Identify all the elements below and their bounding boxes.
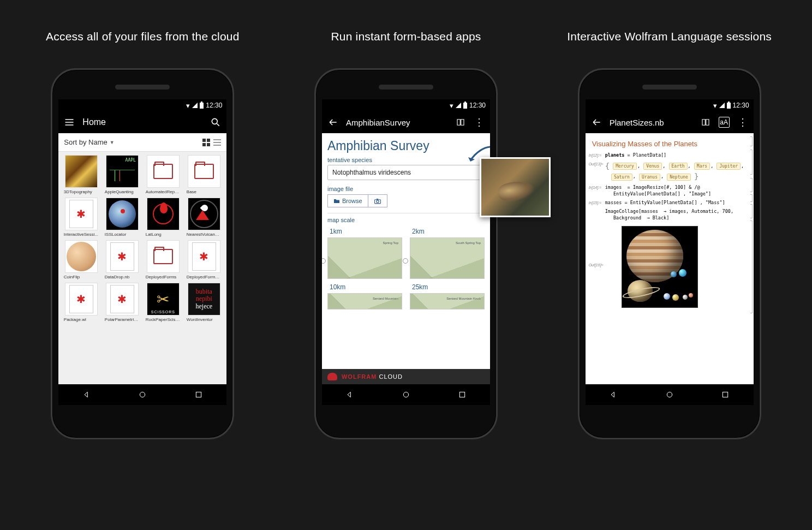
home-icon[interactable] [138,390,147,399]
android-nav [58,384,226,405]
file-tile[interactable]: DeployedForms [144,240,182,279]
book-icon[interactable] [455,117,466,128]
caption-2: Run instant form-based apps [331,30,481,43]
back-icon[interactable] [345,390,354,399]
earpiece [379,85,433,90]
page-title: PlanetSizes.nb [610,118,664,127]
signal-icon [719,103,725,108]
file-tile[interactable]: NearestVolcanoes [184,198,223,237]
grid-view-icon[interactable] [202,139,210,146]
recent-icon[interactable] [194,390,203,399]
field-label: image file [327,186,485,192]
file-tile[interactable]: ✱DeployedForms.nb [184,240,223,279]
input-cell[interactable]: In[12]:= planets = PlanetData[] [589,152,750,159]
wifi-icon: ▾ [450,102,453,109]
file-tile[interactable]: ISSLocator [103,198,141,237]
book-icon[interactable] [700,117,711,128]
field-label: map scale [327,217,485,223]
svg-rect-2 [207,139,210,142]
camera-button[interactable] [368,194,387,207]
input-cell[interactable]: In[14]:= images = ImageResize[#, 100] & … [589,184,750,198]
clock: 12:30 [206,102,222,109]
field-label: tentative species [327,157,485,163]
caption-1: Access all of your files from the cloud [46,30,239,43]
file-tile[interactable]: ✂SCISSORSRockPaperSciss... [144,283,182,322]
status-bar: ▾ 12:30 [322,99,490,111]
svg-rect-1 [202,139,206,142]
signal-icon [192,103,198,108]
home-icon[interactable] [402,390,410,399]
scale-option[interactable]: 2km South Spring Top [410,228,485,279]
scale-option[interactable]: 1km Spring Top [327,228,402,279]
phone-1: ▾ 12:30 Home Sort [51,68,234,439]
signal-icon [456,103,461,108]
earpiece [115,85,170,90]
hamburger-icon[interactable] [64,117,75,128]
file-tile[interactable]: AppleQuanting [103,155,141,194]
file-tile[interactable]: 3DTopography [62,155,100,194]
svg-rect-12 [376,199,378,200]
home-icon[interactable] [665,390,674,399]
text-size-icon[interactable]: aA [719,117,730,128]
wifi-icon: ▾ [186,102,190,109]
file-tile[interactable]: AutomatedRepor... [144,155,182,194]
status-bar: ▾ 12:30 [586,99,754,111]
svg-rect-6 [213,142,221,143]
file-tile[interactable]: ✱DataDrop.nb [103,240,141,279]
search-icon[interactable] [210,117,221,128]
sort-bar[interactable]: Sort by Name ▼ [58,133,226,152]
column-form: Run instant form-based apps ▾ 12:30 Amph… [280,30,532,439]
svg-rect-16 [723,392,728,397]
clock: 12:30 [469,102,486,109]
brand-bar: WOLFRAM CLOUD [322,369,490,384]
svg-rect-9 [196,392,201,397]
back-arrow-icon[interactable] [591,117,602,128]
browse-button[interactable]: Browse [327,194,368,207]
file-tile[interactable]: ✱InteractiveSessi... [62,198,100,237]
camera-icon [374,198,381,204]
phone-2: ▾ 12:30 AmphibianSurvey ⋮ [314,68,498,439]
recent-icon[interactable] [721,390,730,399]
notebook-title: Visualizing Masses of the Planets [589,138,750,152]
species-input[interactable]: Notophthalmus viridescens [327,165,485,180]
svg-rect-7 [213,145,221,146]
file-tile[interactable]: bubitanepibihejeceWordInventor [184,283,223,322]
wifi-icon: ▾ [713,102,717,109]
page-title: Home [82,117,106,127]
planet-collage [622,226,698,308]
scale-option[interactable]: 10km Seniard Mountain [327,283,402,309]
input-cell[interactable]: ImageCollage[masses → images, Automatic,… [589,209,750,222]
file-tile[interactable]: ✱Package.wl [62,283,100,322]
back-icon[interactable] [82,390,91,399]
file-grid: 3DTopography AppleQuanting AutomatedRepo… [58,152,226,325]
caption-3: Interactive Wolfram Language sessions [567,30,772,43]
sort-label: Sort by Name [64,138,107,146]
form-heading: Amphibian Survey [327,139,485,153]
phone-3: ▾ 12:30 PlanetSizes.nb aA ⋮ [578,68,761,439]
overflow-icon[interactable]: ⋮ [737,117,748,128]
output-cell: Out[13]= { Mercury, Venus, Earth, Mars, … [589,161,750,182]
svg-rect-14 [459,392,464,397]
battery-icon [463,103,467,109]
file-tile[interactable]: ✱PolarParametric.nb [103,283,141,322]
file-tile[interactable]: CoinFlip [62,240,100,279]
earpiece [642,85,697,90]
svg-rect-5 [213,139,221,140]
svg-point-15 [667,392,672,397]
input-cell[interactable]: In[15]:= masses = EntityValue[PlanetData… [589,200,750,206]
overflow-icon[interactable]: ⋮ [474,117,485,128]
back-icon[interactable] [609,390,618,399]
scale-option[interactable]: 25km Seniard Mountain Knob [410,283,485,309]
recent-icon[interactable] [458,390,467,399]
folder-open-icon [333,198,340,204]
back-arrow-icon[interactable] [327,117,338,128]
status-bar: ▾ 12:30 [58,99,226,111]
page-title: AmphibianSurvey [346,118,410,127]
svg-rect-4 [207,143,210,146]
list-view-icon[interactable] [213,139,221,146]
output-cell: Out[16]= [589,224,750,308]
file-tile[interactable]: Base [184,155,223,194]
file-tile[interactable]: LatLong [144,198,182,237]
battery-icon [200,103,204,109]
svg-point-11 [376,200,378,202]
